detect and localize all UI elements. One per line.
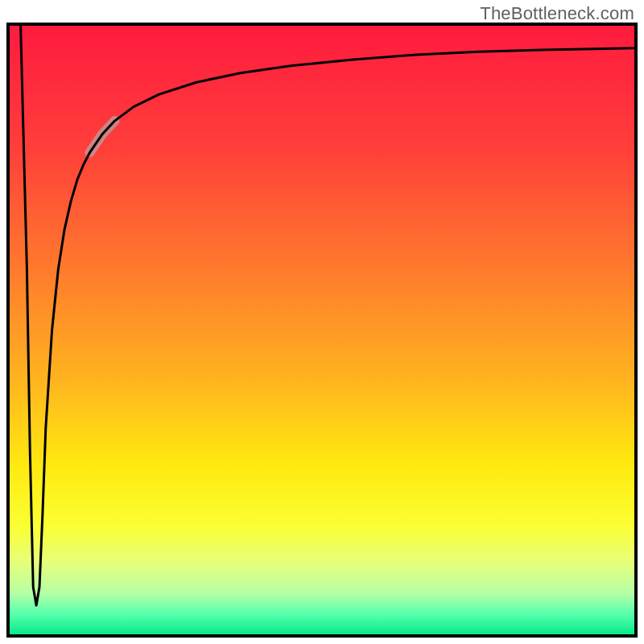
chart-root: TheBottleneck.com: [0, 0, 644, 644]
chart-canvas: [0, 0, 644, 644]
watermark-text: TheBottleneck.com: [480, 3, 634, 24]
gradient-background: [8, 24, 636, 636]
plot-area: [8, 24, 636, 636]
